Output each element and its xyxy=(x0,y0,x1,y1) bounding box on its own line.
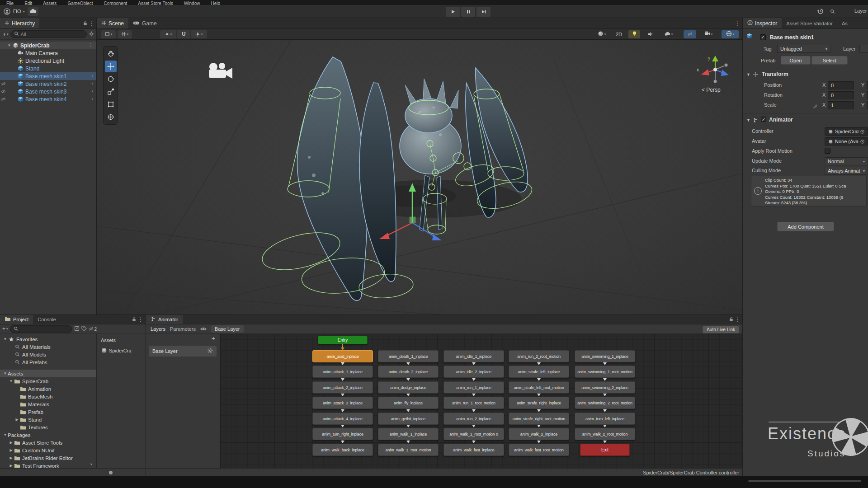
transform-position-x-field[interactable]: 0 xyxy=(828,81,854,89)
panel-menu-icon[interactable]: ⋮ xyxy=(735,316,741,323)
state-node-anim-swimming-1-root-motion[interactable]: anim_swimming_1_root_motion xyxy=(575,366,635,378)
state-node-anim-attack-2-inplace[interactable]: anim_attack_2_inplace xyxy=(312,381,373,394)
menu-item-component[interactable]: Component xyxy=(104,0,127,5)
menu-item-asset-store-tools[interactable]: Asset Store Tools xyxy=(138,0,173,5)
layers-tab[interactable]: Layers xyxy=(151,326,165,332)
foldout-arrow[interactable]: ▶ xyxy=(14,418,19,422)
hierarchy-row-spidercrab[interactable]: ▼SpiderCrab⋮ xyxy=(0,42,97,49)
tab-console[interactable]: Console xyxy=(33,315,60,324)
picker-icon[interactable] xyxy=(89,30,94,38)
state-node-anim-idle-1-inplace[interactable]: anim_idle_1_inplace xyxy=(443,350,504,362)
project-row-custom-nunit[interactable]: ▶Custom NUnit xyxy=(0,446,96,454)
scene-visibility-icon[interactable] xyxy=(684,30,696,38)
project-row-all-models[interactable]: All Models xyxy=(0,351,96,358)
lock-icon[interactable] xyxy=(132,315,137,324)
state-node-anim-acid-inplace[interactable]: anim_acid_inplace xyxy=(312,350,373,362)
project-row-all-materials[interactable]: All Materials xyxy=(0,343,96,351)
lock-icon[interactable] xyxy=(83,19,88,28)
menu-item-file[interactable]: File xyxy=(6,0,14,5)
state-node-anim-run-2-inplace[interactable]: anim_run_2_inplace xyxy=(443,413,504,425)
state-node-anim-death-1-inplace[interactable]: anim_death_1_inplace xyxy=(378,350,439,362)
effects-dropdown[interactable]: ▾ xyxy=(661,30,676,38)
pause-button[interactable] xyxy=(461,7,475,17)
panel-menu-icon[interactable]: ⋮ xyxy=(137,316,144,323)
state-node-anim-walk-fast-root-motion[interactable]: anim_walk_fast_root_motion xyxy=(509,444,569,456)
animator-enabled-checkbox[interactable]: ✓ xyxy=(761,117,766,122)
prop-controller-object-field[interactable]: SpiderCrab Co xyxy=(825,127,868,136)
magnet-snap-icon[interactable] xyxy=(177,30,190,38)
state-node-anim-walk-1-root-motion[interactable]: anim_walk_1_root_motion xyxy=(378,444,439,456)
prop-apply-root-motion-checkbox[interactable] xyxy=(825,148,830,154)
label-icon[interactable] xyxy=(81,325,87,333)
tab-clipped[interactable]: As xyxy=(837,18,852,28)
rect-tool-button[interactable] xyxy=(105,99,117,110)
gizmos-globe-dropdown[interactable]: ▾ xyxy=(722,30,739,38)
breadcrumb[interactable]: Base Layer xyxy=(211,325,244,333)
move-tool-button[interactable] xyxy=(105,61,117,72)
prop-culling-mode-dropdown[interactable]: Always Animate▾ xyxy=(825,167,868,175)
eye-off-icon[interactable] xyxy=(1,97,7,102)
project-row-basemesh[interactable]: BaseMesh xyxy=(0,393,96,400)
prefab-open-chevron-icon[interactable]: › xyxy=(91,73,93,78)
prop-avatar-object-field[interactable]: None (Avatar) xyxy=(825,137,868,145)
step-button[interactable] xyxy=(476,7,491,17)
gear-icon[interactable] xyxy=(208,347,213,355)
hierarchy-row-base-mesh-skin1[interactable]: Base mesh skin1› xyxy=(0,72,97,80)
scene-menu-icon[interactable]: ⋮ xyxy=(88,42,93,48)
tag-dropdown[interactable]: Untagged▾ xyxy=(777,45,830,53)
project-row-textures[interactable]: Textures xyxy=(0,423,96,431)
menu-item-edit[interactable]: Edit xyxy=(24,0,32,5)
foldout-arrow[interactable]: ▼ xyxy=(7,43,12,47)
scroll-down-icon[interactable]: ▾ xyxy=(90,462,92,466)
eye-icon[interactable] xyxy=(200,325,207,333)
project-row-asset-store-tools[interactable]: ▶Asset Store Tools xyxy=(0,439,96,446)
tab-inspector[interactable]: Inspector xyxy=(743,18,782,28)
foldout-arrow[interactable]: ▼ xyxy=(3,371,8,375)
menu-item-window[interactable]: Window xyxy=(184,0,200,5)
state-node-exit[interactable]: Exit xyxy=(580,444,630,456)
state-node-anim-run-1-inplace[interactable]: anim_run_1_inplace xyxy=(443,381,504,394)
state-node-anim-strafe-left-inplace[interactable]: anim_strafe_left_inplace xyxy=(509,366,569,378)
prefab-open-chevron-icon[interactable]: › xyxy=(91,96,93,101)
add-component-button[interactable]: Add Component xyxy=(777,222,834,231)
snap-grid-dropdown[interactable]: ▾ xyxy=(160,30,176,38)
state-node-anim-fly-inplace[interactable]: anim_fly_inplace xyxy=(378,397,439,409)
foldout-arrow[interactable]: ▶ xyxy=(9,464,14,468)
state-node-anim-walk-2-inplace[interactable]: anim_walk_2_inplace xyxy=(509,428,569,440)
open-asset-icon[interactable] xyxy=(74,325,80,333)
hand-tool-button[interactable] xyxy=(105,48,117,60)
project-row-materials[interactable]: Materials xyxy=(0,400,96,408)
rotate-tool-button[interactable] xyxy=(105,73,117,85)
prefab-select-button[interactable]: Select xyxy=(811,56,848,65)
prefab-open-chevron-icon[interactable]: › xyxy=(91,88,93,94)
hierarchy-row-base-mesh-skin2[interactable]: Base mesh skin2› xyxy=(0,80,97,88)
foldout-arrow[interactable]: ▼ xyxy=(9,379,14,383)
tab-scene[interactable]: Scene xyxy=(97,18,128,28)
lighting-toggle-icon[interactable] xyxy=(628,30,640,38)
foldout-arrow[interactable]: ▼ xyxy=(3,433,8,437)
state-node-anim-strafe-right-root-motion[interactable]: anim_strafe_right_root_motion xyxy=(509,413,569,425)
state-node-anim-swimming-2-root-motion[interactable]: anim_swimming_2_root_motion xyxy=(575,397,635,409)
eye-off-icon[interactable] xyxy=(1,89,7,94)
transform-scale-x-field[interactable]: 1 xyxy=(828,101,854,109)
hierarchy-search-input[interactable]: All xyxy=(10,30,87,38)
cloud-services-button[interactable] xyxy=(28,7,38,16)
state-node-anim-swimming-1-inplace[interactable]: anim_swimming_1_inplace xyxy=(575,350,635,362)
active-checkbox[interactable]: ✓ xyxy=(760,34,766,40)
hierarchy-row-directional-light[interactable]: Directional Light xyxy=(0,57,97,65)
state-node-anim-death-2-inplace[interactable]: anim_death_2_inplace xyxy=(378,366,439,378)
project-row-animation[interactable]: Animation xyxy=(0,385,96,393)
state-node-anim-walk-fast-inplace[interactable]: anim_walk_fast_inplace xyxy=(443,444,504,456)
tab-hierarchy[interactable]: Hierarchy xyxy=(0,18,39,28)
state-node-anim-walk-back-inplace[interactable]: anim_walk_back_inplace xyxy=(312,444,373,456)
layers-dropdown[interactable]: Layers xyxy=(854,8,867,14)
hidden-count-badge[interactable]: 2 xyxy=(89,325,97,333)
grid-visibility-dropdown[interactable]: ▾ xyxy=(118,30,132,38)
perspective-label[interactable]: < Persp xyxy=(702,87,721,93)
layer-dropdown[interactable]: ▾ xyxy=(859,45,868,53)
state-node-anim-walk-1-inplace[interactable]: anim_walk_1_inplace xyxy=(378,428,439,440)
tab-project[interactable]: Project xyxy=(0,315,33,324)
create-button[interactable]: +▾ xyxy=(3,31,9,38)
search-icon[interactable] xyxy=(830,9,835,14)
state-node-anim-attack-1-inplace[interactable]: anim_attack_1_inplace xyxy=(312,366,373,378)
